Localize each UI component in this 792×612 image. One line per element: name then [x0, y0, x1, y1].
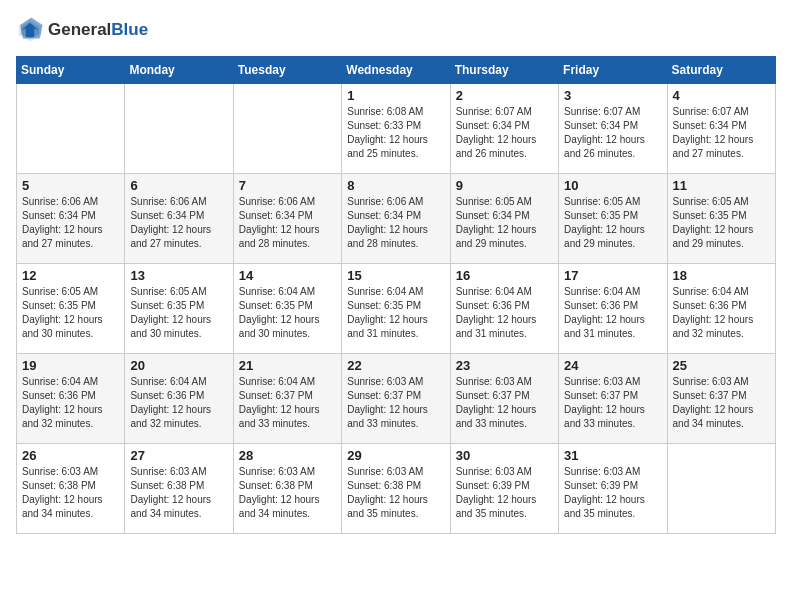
day-number: 23	[456, 358, 553, 373]
day-number: 29	[347, 448, 444, 463]
weekday-header: Saturday	[667, 57, 775, 84]
day-number: 15	[347, 268, 444, 283]
calendar-cell	[233, 84, 341, 174]
calendar-cell: 8Sunrise: 6:06 AM Sunset: 6:34 PM Daylig…	[342, 174, 450, 264]
day-info: Sunrise: 6:04 AM Sunset: 6:35 PM Dayligh…	[239, 285, 336, 341]
calendar-cell: 2Sunrise: 6:07 AM Sunset: 6:34 PM Daylig…	[450, 84, 558, 174]
weekday-header: Wednesday	[342, 57, 450, 84]
day-info: Sunrise: 6:05 AM Sunset: 6:35 PM Dayligh…	[22, 285, 119, 341]
calendar-cell: 12Sunrise: 6:05 AM Sunset: 6:35 PM Dayli…	[17, 264, 125, 354]
calendar-cell: 29Sunrise: 6:03 AM Sunset: 6:38 PM Dayli…	[342, 444, 450, 534]
calendar-cell: 9Sunrise: 6:05 AM Sunset: 6:34 PM Daylig…	[450, 174, 558, 264]
calendar-week-row: 1Sunrise: 6:08 AM Sunset: 6:33 PM Daylig…	[17, 84, 776, 174]
calendar-cell: 14Sunrise: 6:04 AM Sunset: 6:35 PM Dayli…	[233, 264, 341, 354]
day-number: 1	[347, 88, 444, 103]
logo: GeneralBlue	[16, 16, 148, 44]
day-info: Sunrise: 6:03 AM Sunset: 6:38 PM Dayligh…	[239, 465, 336, 521]
day-info: Sunrise: 6:04 AM Sunset: 6:35 PM Dayligh…	[347, 285, 444, 341]
calendar-table: SundayMondayTuesdayWednesdayThursdayFrid…	[16, 56, 776, 534]
day-info: Sunrise: 6:04 AM Sunset: 6:36 PM Dayligh…	[456, 285, 553, 341]
day-number: 20	[130, 358, 227, 373]
day-number: 24	[564, 358, 661, 373]
day-info: Sunrise: 6:03 AM Sunset: 6:37 PM Dayligh…	[564, 375, 661, 431]
calendar-cell	[17, 84, 125, 174]
calendar-cell: 30Sunrise: 6:03 AM Sunset: 6:39 PM Dayli…	[450, 444, 558, 534]
day-info: Sunrise: 6:04 AM Sunset: 6:37 PM Dayligh…	[239, 375, 336, 431]
day-number: 31	[564, 448, 661, 463]
day-number: 2	[456, 88, 553, 103]
calendar-week-row: 5Sunrise: 6:06 AM Sunset: 6:34 PM Daylig…	[17, 174, 776, 264]
calendar-cell: 18Sunrise: 6:04 AM Sunset: 6:36 PM Dayli…	[667, 264, 775, 354]
day-number: 22	[347, 358, 444, 373]
day-info: Sunrise: 6:05 AM Sunset: 6:34 PM Dayligh…	[456, 195, 553, 251]
calendar-cell: 19Sunrise: 6:04 AM Sunset: 6:36 PM Dayli…	[17, 354, 125, 444]
weekday-header: Sunday	[17, 57, 125, 84]
calendar-header-row: SundayMondayTuesdayWednesdayThursdayFrid…	[17, 57, 776, 84]
calendar-cell: 16Sunrise: 6:04 AM Sunset: 6:36 PM Dayli…	[450, 264, 558, 354]
day-number: 6	[130, 178, 227, 193]
calendar-body: 1Sunrise: 6:08 AM Sunset: 6:33 PM Daylig…	[17, 84, 776, 534]
calendar-cell: 31Sunrise: 6:03 AM Sunset: 6:39 PM Dayli…	[559, 444, 667, 534]
day-number: 5	[22, 178, 119, 193]
day-number: 14	[239, 268, 336, 283]
calendar-cell	[667, 444, 775, 534]
day-number: 18	[673, 268, 770, 283]
day-number: 8	[347, 178, 444, 193]
calendar-cell: 28Sunrise: 6:03 AM Sunset: 6:38 PM Dayli…	[233, 444, 341, 534]
day-number: 11	[673, 178, 770, 193]
calendar-cell: 17Sunrise: 6:04 AM Sunset: 6:36 PM Dayli…	[559, 264, 667, 354]
weekday-header: Friday	[559, 57, 667, 84]
day-number: 16	[456, 268, 553, 283]
logo-icon	[16, 16, 44, 44]
calendar-cell: 13Sunrise: 6:05 AM Sunset: 6:35 PM Dayli…	[125, 264, 233, 354]
day-number: 27	[130, 448, 227, 463]
day-info: Sunrise: 6:03 AM Sunset: 6:37 PM Dayligh…	[673, 375, 770, 431]
day-number: 4	[673, 88, 770, 103]
calendar-cell: 4Sunrise: 6:07 AM Sunset: 6:34 PM Daylig…	[667, 84, 775, 174]
day-number: 25	[673, 358, 770, 373]
day-info: Sunrise: 6:03 AM Sunset: 6:39 PM Dayligh…	[456, 465, 553, 521]
calendar-cell: 6Sunrise: 6:06 AM Sunset: 6:34 PM Daylig…	[125, 174, 233, 264]
day-info: Sunrise: 6:03 AM Sunset: 6:38 PM Dayligh…	[130, 465, 227, 521]
day-info: Sunrise: 6:05 AM Sunset: 6:35 PM Dayligh…	[564, 195, 661, 251]
calendar-cell: 23Sunrise: 6:03 AM Sunset: 6:37 PM Dayli…	[450, 354, 558, 444]
calendar-cell	[125, 84, 233, 174]
calendar-cell: 21Sunrise: 6:04 AM Sunset: 6:37 PM Dayli…	[233, 354, 341, 444]
calendar-week-row: 26Sunrise: 6:03 AM Sunset: 6:38 PM Dayli…	[17, 444, 776, 534]
day-info: Sunrise: 6:03 AM Sunset: 6:37 PM Dayligh…	[347, 375, 444, 431]
day-info: Sunrise: 6:03 AM Sunset: 6:37 PM Dayligh…	[456, 375, 553, 431]
weekday-header: Tuesday	[233, 57, 341, 84]
day-number: 10	[564, 178, 661, 193]
day-info: Sunrise: 6:06 AM Sunset: 6:34 PM Dayligh…	[347, 195, 444, 251]
calendar-cell: 22Sunrise: 6:03 AM Sunset: 6:37 PM Dayli…	[342, 354, 450, 444]
calendar-cell: 5Sunrise: 6:06 AM Sunset: 6:34 PM Daylig…	[17, 174, 125, 264]
day-info: Sunrise: 6:05 AM Sunset: 6:35 PM Dayligh…	[673, 195, 770, 251]
day-number: 17	[564, 268, 661, 283]
day-number: 3	[564, 88, 661, 103]
day-info: Sunrise: 6:07 AM Sunset: 6:34 PM Dayligh…	[456, 105, 553, 161]
calendar-cell: 1Sunrise: 6:08 AM Sunset: 6:33 PM Daylig…	[342, 84, 450, 174]
logo-general: GeneralBlue	[48, 21, 148, 40]
day-info: Sunrise: 6:04 AM Sunset: 6:36 PM Dayligh…	[130, 375, 227, 431]
day-info: Sunrise: 6:05 AM Sunset: 6:35 PM Dayligh…	[130, 285, 227, 341]
day-number: 13	[130, 268, 227, 283]
calendar-cell: 26Sunrise: 6:03 AM Sunset: 6:38 PM Dayli…	[17, 444, 125, 534]
day-number: 9	[456, 178, 553, 193]
day-info: Sunrise: 6:07 AM Sunset: 6:34 PM Dayligh…	[564, 105, 661, 161]
day-info: Sunrise: 6:04 AM Sunset: 6:36 PM Dayligh…	[564, 285, 661, 341]
calendar-week-row: 19Sunrise: 6:04 AM Sunset: 6:36 PM Dayli…	[17, 354, 776, 444]
day-number: 30	[456, 448, 553, 463]
day-number: 26	[22, 448, 119, 463]
day-info: Sunrise: 6:06 AM Sunset: 6:34 PM Dayligh…	[130, 195, 227, 251]
day-number: 28	[239, 448, 336, 463]
calendar-cell: 20Sunrise: 6:04 AM Sunset: 6:36 PM Dayli…	[125, 354, 233, 444]
weekday-header: Thursday	[450, 57, 558, 84]
weekday-header: Monday	[125, 57, 233, 84]
calendar-cell: 3Sunrise: 6:07 AM Sunset: 6:34 PM Daylig…	[559, 84, 667, 174]
header: GeneralBlue	[16, 16, 776, 44]
calendar-week-row: 12Sunrise: 6:05 AM Sunset: 6:35 PM Dayli…	[17, 264, 776, 354]
day-info: Sunrise: 6:08 AM Sunset: 6:33 PM Dayligh…	[347, 105, 444, 161]
day-info: Sunrise: 6:06 AM Sunset: 6:34 PM Dayligh…	[239, 195, 336, 251]
calendar-cell: 24Sunrise: 6:03 AM Sunset: 6:37 PM Dayli…	[559, 354, 667, 444]
calendar-cell: 11Sunrise: 6:05 AM Sunset: 6:35 PM Dayli…	[667, 174, 775, 264]
